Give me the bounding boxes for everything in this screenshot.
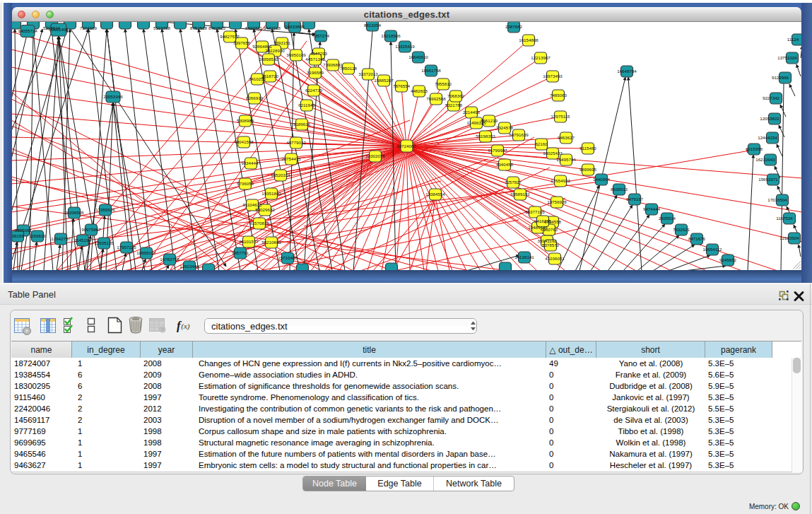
svg-text:20206505: 20206505 <box>64 210 84 215</box>
svg-text:10973493: 10973493 <box>543 74 563 78</box>
svg-text:20053346: 20053346 <box>103 94 123 99</box>
svg-text:81570815: 81570815 <box>249 221 269 226</box>
svg-text:9457791: 9457791 <box>232 250 249 255</box>
svg-text:12923446: 12923446 <box>180 264 199 269</box>
svg-text:6661219: 6661219 <box>481 118 498 123</box>
svg-text:1440954: 1440954 <box>593 177 611 182</box>
svg-text:8813054: 8813054 <box>364 23 382 28</box>
svg-text:9699695: 9699695 <box>579 167 597 172</box>
svg-text:12444154: 12444154 <box>758 135 777 140</box>
svg-text:16782759: 16782759 <box>160 257 180 262</box>
svg-text:10485635: 10485635 <box>528 225 548 230</box>
svg-text:8505061: 8505061 <box>15 228 33 233</box>
svg-text:19351840: 19351840 <box>261 191 281 196</box>
svg-text:49779012: 49779012 <box>286 140 306 145</box>
svg-text:3410255: 3410255 <box>249 76 266 81</box>
svg-text:14055724: 14055724 <box>18 28 37 33</box>
svg-text:15710485: 15710485 <box>278 255 298 260</box>
svg-text:7257827: 7257827 <box>505 180 522 185</box>
svg-text:8938913: 8938913 <box>611 187 628 192</box>
svg-text:62160: 62160 <box>535 141 548 146</box>
svg-text:12213967: 12213967 <box>531 55 551 60</box>
svg-text:4040458: 4040458 <box>496 162 514 167</box>
svg-text:39159: 39159 <box>12 233 24 238</box>
svg-text:15692971: 15692971 <box>758 177 778 182</box>
svg-text:98344447: 98344447 <box>241 160 261 165</box>
svg-text:53029632: 53029632 <box>255 207 275 212</box>
svg-text:7068362: 7068362 <box>447 93 465 98</box>
svg-text:94827577: 94827577 <box>220 34 240 39</box>
svg-text:23302075: 23302075 <box>365 153 385 158</box>
svg-text:36950169: 36950169 <box>286 52 306 57</box>
svg-text:7393151: 7393151 <box>273 40 291 45</box>
svg-text:33372013: 33372013 <box>358 71 378 76</box>
svg-text:5321788: 5321788 <box>445 103 463 107</box>
svg-text:9227342: 9227342 <box>763 95 780 100</box>
svg-text:56377105: 56377105 <box>525 209 545 214</box>
svg-text:13325419: 13325419 <box>395 44 415 49</box>
svg-text:6211949: 6211949 <box>298 103 315 107</box>
svg-text:13751024: 13751024 <box>777 55 797 60</box>
svg-text:6479197: 6479197 <box>626 197 644 201</box>
svg-text:5736054: 5736054 <box>237 181 254 186</box>
svg-text:16210943: 16210943 <box>755 157 775 162</box>
svg-text:19218506: 19218506 <box>381 33 401 38</box>
svg-text:(x): (x) <box>181 322 190 331</box>
svg-text:10025433: 10025433 <box>543 151 563 156</box>
svg-text:19756928: 19756928 <box>547 199 567 204</box>
svg-text:15885207: 15885207 <box>374 78 394 83</box>
svg-text:7876554: 7876554 <box>393 83 411 88</box>
svg-text:41036051: 41036051 <box>545 256 565 261</box>
svg-text:3196589: 3196589 <box>307 70 324 75</box>
svg-text:61799987: 61799987 <box>488 148 507 153</box>
svg-text:28228930: 28228930 <box>265 48 285 53</box>
svg-text:44571342: 44571342 <box>305 57 325 62</box>
svg-text:11124: 11124 <box>787 37 799 42</box>
svg-text:66520314: 66520314 <box>271 173 290 177</box>
svg-text:8752528: 8752528 <box>190 25 208 30</box>
svg-text:citations_edges.txt: citations_edges.txt <box>211 321 288 332</box>
svg-text:59791639: 59791639 <box>509 132 529 137</box>
svg-text:55210849: 55210849 <box>261 240 281 245</box>
svg-text:9463627: 9463627 <box>558 135 575 140</box>
svg-text:76992568: 76992568 <box>426 96 446 101</box>
svg-text:5189616: 5189616 <box>293 122 311 127</box>
svg-text:5308988: 5308988 <box>237 118 254 123</box>
svg-text:7357274: 7357274 <box>312 33 330 38</box>
svg-text:12975115: 12975115 <box>551 114 570 119</box>
svg-text:12942757: 12942757 <box>51 236 71 241</box>
svg-text:1145194: 1145194 <box>74 238 91 243</box>
svg-text:90975867: 90975867 <box>81 227 101 232</box>
svg-text:91104613: 91104613 <box>242 202 262 207</box>
svg-text:16648784: 16648784 <box>617 69 637 74</box>
svg-text:17016504: 17016504 <box>767 197 787 202</box>
svg-text:49041568: 49041568 <box>234 139 254 144</box>
svg-text:26958530: 26958530 <box>259 57 278 62</box>
svg-text:17957225: 17957225 <box>117 245 136 250</box>
svg-text:16961758: 16961758 <box>421 68 441 73</box>
svg-text:9129966: 9129966 <box>772 75 789 80</box>
svg-text:55198353: 55198353 <box>476 134 495 139</box>
svg-text:9115460: 9115460 <box>579 146 596 151</box>
svg-text:36101577: 36101577 <box>239 239 259 244</box>
svg-text:8410741: 8410741 <box>245 25 263 30</box>
svg-text:2935514: 2935514 <box>659 216 676 221</box>
svg-text:14136141: 14136141 <box>514 255 534 259</box>
svg-text:7324578: 7324578 <box>496 125 514 130</box>
svg-text:9474444: 9474444 <box>643 206 661 211</box>
svg-text:3397658: 3397658 <box>233 40 251 45</box>
svg-text:12505135: 12505135 <box>94 240 114 245</box>
svg-text:6224739: 6224739 <box>305 88 323 93</box>
svg-text:8471676: 8471676 <box>688 236 706 241</box>
svg-text:4547293: 4547293 <box>310 51 328 56</box>
svg-text:20691406: 20691406 <box>49 27 69 32</box>
svg-text:7485063: 7485063 <box>550 93 567 98</box>
svg-text:16640910: 16640910 <box>408 54 428 59</box>
svg-text:10958107: 10958107 <box>136 250 156 255</box>
svg-text:9442218: 9442218 <box>264 25 281 30</box>
svg-text:12093822: 12093822 <box>760 116 779 121</box>
svg-text:1156829: 1156829 <box>29 233 46 238</box>
svg-text:10654112: 10654112 <box>702 247 722 252</box>
svg-text:16033809: 16033809 <box>285 24 305 29</box>
svg-text:18724007: 18724007 <box>396 144 416 148</box>
